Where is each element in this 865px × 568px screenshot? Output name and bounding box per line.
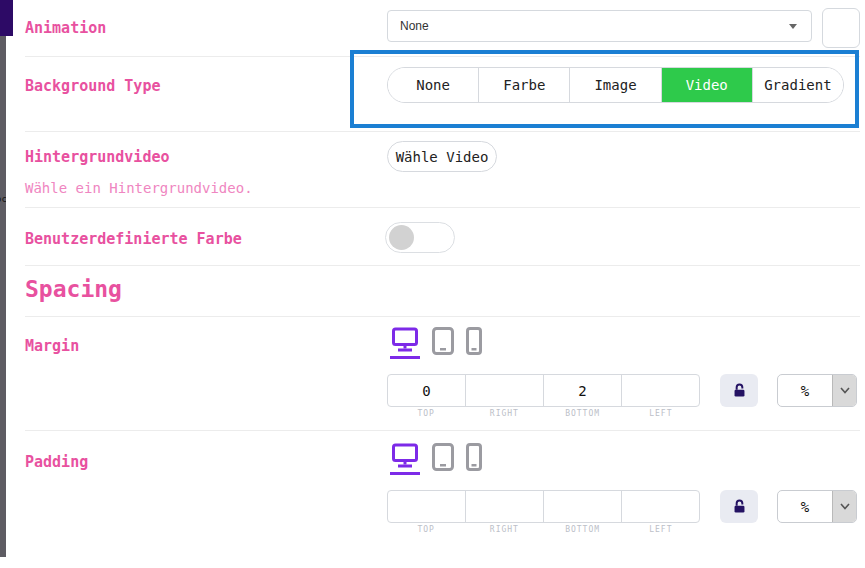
padding-label: Padding [25,453,88,471]
padding-top-input[interactable] [388,491,465,522]
chevron-down-icon [832,375,856,406]
divider [25,265,860,266]
padding-link-values-button[interactable] [720,490,758,523]
animation-select[interactable]: None [387,10,812,42]
bg-type-video-button[interactable]: Video [661,68,752,102]
mobile-icon[interactable] [466,443,482,471]
underlying-page-corner [0,0,13,36]
margin-field-labels: TOP RIGHT BOTTOM LEFT [387,409,700,418]
background-type-label: Background Type [25,77,160,95]
desktop-icon[interactable] [390,327,420,359]
animation-label: Animation [25,19,106,37]
chevron-down-icon [832,491,856,522]
custom-color-toggle[interactable] [385,222,455,253]
padding-right-input[interactable] [465,491,543,522]
desktop-icon[interactable] [390,443,420,475]
background-video-description: Wähle ein Hintergrundvideo. [25,180,253,196]
padding-bottom-input[interactable] [543,491,621,522]
underlying-page-edge: oc [0,36,6,557]
choose-video-button[interactable]: Wähle Video [387,141,497,172]
margin-inputs [387,374,700,407]
toggle-knob [389,225,414,250]
margin-left-input[interactable] [621,375,699,406]
divider [25,131,860,132]
padding-unit-value: % [778,491,832,522]
divider [25,316,860,317]
margin-right-label: RIGHT [465,409,543,418]
padding-field-labels: TOP RIGHT BOTTOM LEFT [387,525,700,534]
padding-right-label: RIGHT [465,525,543,534]
padding-bottom-label: BOTTOM [544,525,622,534]
margin-link-values-button[interactable] [720,374,758,407]
padding-inputs [387,490,700,523]
spacing-heading: Spacing [25,276,122,302]
padding-left-label: LEFT [622,525,700,534]
animation-select-value: None [400,19,789,33]
bg-type-farbe-button[interactable]: Farbe [478,68,569,102]
bg-type-image-button[interactable]: Image [569,68,660,102]
margin-device-switcher [390,327,482,359]
tablet-icon[interactable] [432,443,454,471]
margin-top-input[interactable] [388,375,465,406]
divider [25,430,860,431]
bg-type-none-button[interactable]: None [388,68,478,102]
blank-box-button[interactable] [822,8,860,48]
tablet-icon[interactable] [432,327,454,355]
margin-bottom-label: BOTTOM [544,409,622,418]
background-type-button-group: None Farbe Image Video Gradient [387,67,844,103]
margin-top-label: TOP [387,409,465,418]
active-device-underline [390,356,420,359]
unlock-icon [731,498,748,515]
clipped-edge-text: oc [0,194,6,204]
bg-type-gradient-button[interactable]: Gradient [752,68,843,102]
padding-unit-select[interactable]: % [777,490,857,523]
mobile-icon[interactable] [466,327,482,355]
margin-label: Margin [25,337,79,355]
margin-right-input[interactable] [465,375,543,406]
padding-left-input[interactable] [621,491,699,522]
padding-top-label: TOP [387,525,465,534]
chevron-down-icon [789,24,797,29]
background-video-label: Hintergrundvideo [25,148,170,166]
margin-unit-select[interactable]: % [777,374,857,407]
divider [25,207,860,208]
margin-unit-value: % [778,375,832,406]
custom-color-label: Benutzerdefinierte Farbe [25,230,242,248]
active-device-underline [390,472,420,475]
padding-device-switcher [390,443,482,475]
unlock-icon [731,382,748,399]
margin-bottom-input[interactable] [543,375,621,406]
margin-left-label: LEFT [622,409,700,418]
